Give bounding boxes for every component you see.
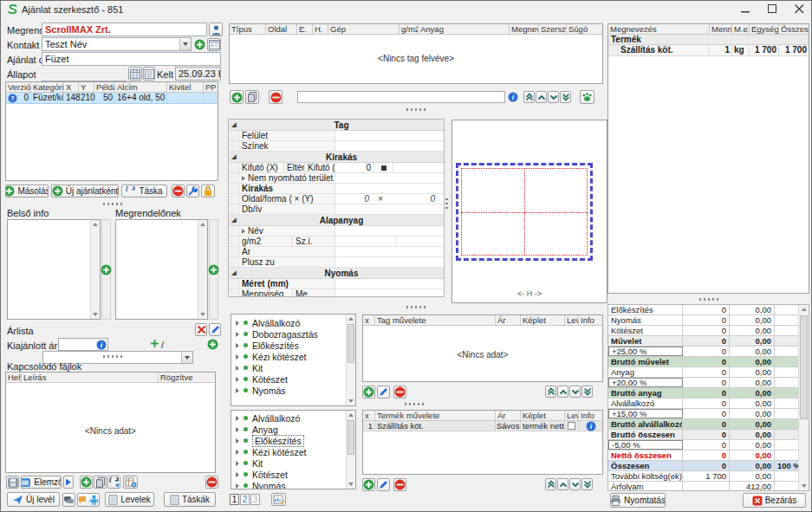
- property-row-kirakas[interactable]: Kirakás: [229, 184, 444, 194]
- megrendelo-field[interactable]: ScrollMAX Zrt.: [42, 23, 207, 36]
- summary-row-m-velet[interactable]: Művelet00,00: [608, 336, 800, 347]
- lev-checkbox[interactable]: [568, 422, 575, 430]
- uj-ajanlatkent-button[interactable]: Új ajánlatként: [51, 185, 119, 198]
- tree-item-nyom-s[interactable]: Nyomás: [231, 480, 355, 489]
- allapot-grid-button[interactable]: [128, 67, 142, 81]
- splitter-grip[interactable]: [405, 403, 424, 405]
- property-row-db-iv[interactable]: Db/ív: [229, 204, 444, 215]
- tree-item-alv-llalkoz[interactable]: Alvállalkozó: [231, 317, 355, 328]
- summary-row-nyom-s[interactable]: Nyomás00,00: [608, 315, 800, 326]
- tree-item-dobozragaszt-s[interactable]: Dobozragasztás: [231, 328, 355, 340]
- product-op-down-button[interactable]: [569, 478, 581, 490]
- page-button-2[interactable]: 2: [240, 494, 250, 505]
- dropdown-arrow-icon[interactable]: [179, 38, 191, 50]
- property-row-kifuto[interactable]: Kifutó (X)EltériKifutó (Y)0: [229, 163, 444, 173]
- bezaras-button[interactable]: Bezárás: [743, 493, 806, 508]
- scrollbar[interactable]: [90, 220, 100, 319]
- property-row-szinek[interactable]: Színek: [229, 141, 444, 152]
- close-button[interactable]: [787, 1, 811, 17]
- add-tag-button[interactable]: [230, 90, 244, 104]
- minimize-button[interactable]: [733, 1, 757, 17]
- summary-row-alv-llalkoz[interactable]: Alvállalkozó00,00: [608, 399, 800, 409]
- property-row-plusz-zu[interactable]: Plusz zu: [229, 257, 444, 268]
- splitter-grip[interactable]: [406, 306, 425, 308]
- summary-row-anyag[interactable]: Anyag00,00: [608, 367, 800, 378]
- property-row-nem-nyomhato[interactable]: Nem nyomható terület: [229, 173, 444, 184]
- tree-item-kit[interactable]: Kit: [231, 457, 355, 469]
- expand-arrow-icon[interactable]: [236, 450, 239, 455]
- uj-level-button[interactable]: Új levél: [7, 492, 60, 507]
- tag-info-icon[interactable]: i: [508, 92, 518, 102]
- arlista-clear-button[interactable]: [195, 323, 207, 336]
- add-tag-op-button[interactable]: [362, 386, 375, 399]
- summary-row-brutt-sszesen[interactable]: Bruttó összesen00,00: [608, 430, 800, 440]
- add-belso-info-button[interactable]: [101, 264, 112, 275]
- taskak-button[interactable]: Táskák: [164, 492, 216, 507]
- kontakt-combo[interactable]: Teszt Név: [42, 37, 192, 51]
- delete-tag-op-button[interactable]: [393, 386, 406, 399]
- elemzo-button[interactable]: Elemző: [21, 476, 62, 489]
- property-row-oldal-forma[interactable]: Oldal/forma ( × (Y)0×0: [229, 194, 444, 204]
- copy-tag-button[interactable]: [245, 90, 259, 104]
- summary-row-el-k-sz-t-s[interactable]: Előkészítés00,00: [608, 305, 800, 315]
- belso-info-textarea[interactable]: [7, 219, 101, 320]
- tree-item-alv-llalkoz[interactable]: Alvállalkozó: [231, 412, 355, 424]
- expand-arrow-icon[interactable]: [236, 483, 239, 489]
- page-button-1[interactable]: 1: [230, 494, 239, 505]
- masolas-button[interactable]: Másolás: [5, 185, 49, 198]
- summary-row-rfolyam[interactable]: Árfolyam412,00: [608, 482, 800, 491]
- summary-row-k-t-szet[interactable]: Kötészet00,00: [608, 326, 800, 336]
- group-header-kirakas[interactable]: ◢Kirakás: [229, 152, 444, 163]
- bleed-picker-button[interactable]: [374, 163, 393, 172]
- property-row-gm2[interactable]: g/m2Sz.i.: [229, 237, 444, 247]
- tree-item-anyag[interactable]: Anyag: [231, 424, 355, 435]
- contact-card-button[interactable]: [207, 38, 221, 51]
- product-op-row[interactable]: 1 Szállítás köt. Sávos termék nettó k i: [363, 421, 602, 431]
- property-row-nev[interactable]: Név: [229, 226, 444, 237]
- move-up-button[interactable]: [536, 91, 547, 103]
- product-op-up-button[interactable]: [557, 478, 568, 490]
- expand-arrow-icon[interactable]: [236, 472, 239, 477]
- product-op-top-button[interactable]: [545, 478, 556, 490]
- tree-item-el-k-sz-t-s[interactable]: Előkészítés: [231, 340, 355, 351]
- items-group-row[interactable]: Termék: [608, 35, 809, 45]
- add-currency-button[interactable]: [151, 340, 159, 347]
- ajanlat-cime-field[interactable]: Füzet: [42, 52, 221, 66]
- expand-arrow-icon[interactable]: [236, 416, 239, 421]
- property-row-felulet[interactable]: Felület: [229, 131, 444, 141]
- expand-arrow-icon[interactable]: [242, 229, 245, 234]
- edit-tag-op-button[interactable]: [377, 386, 390, 399]
- arlista-edit-button[interactable]: [209, 323, 221, 336]
- copy-file-button[interactable]: [94, 476, 107, 489]
- tree-item-el-k-sz-t-s[interactable]: Előkészítés: [231, 435, 355, 446]
- expand-arrow-icon[interactable]: [236, 343, 239, 348]
- tree-item-nyom-s[interactable]: Nyomás: [231, 385, 355, 396]
- nyomtatas-button[interactable]: Nyomtatás: [610, 493, 666, 508]
- messages-button[interactable]: [77, 493, 100, 507]
- tag-op-down-button[interactable]: [569, 386, 581, 398]
- splitter-grip[interactable]: [406, 108, 425, 111]
- add-product-op-button[interactable]: [362, 478, 375, 491]
- taska-button[interactable]: Táska: [121, 185, 167, 198]
- levelek-button[interactable]: Levelek: [105, 492, 154, 507]
- tag-op-top-button[interactable]: [545, 386, 556, 398]
- expand-button[interactable]: [63, 476, 74, 489]
- summary-row-nett-sszesen[interactable]: Nettó összesen00,00: [608, 450, 800, 461]
- add-megrendelonek-button[interactable]: [208, 264, 219, 275]
- edit-product-op-button[interactable]: [377, 478, 390, 491]
- tree-item-k-zi-k-t-szet[interactable]: Kézi kötészet: [231, 446, 355, 457]
- add-unit-button[interactable]: [207, 339, 218, 350]
- summary-label[interactable]: +15,00 %: [608, 409, 683, 418]
- lock-button[interactable]: [201, 185, 215, 198]
- expand-arrow-icon[interactable]: [236, 321, 239, 326]
- summary-label[interactable]: -5,00 %: [608, 440, 683, 450]
- expand-arrow-icon[interactable]: [236, 438, 239, 444]
- property-row-mennyiseg[interactable]: MennyiségMe: [229, 289, 444, 297]
- delete-file-button[interactable]: [205, 476, 218, 489]
- chat-button[interactable]: [62, 493, 75, 507]
- expand-arrow-icon[interactable]: [236, 388, 239, 393]
- tree-item-k-t-szet[interactable]: Kötészet: [231, 373, 355, 385]
- scrollbar[interactable]: [346, 314, 355, 405]
- tree-item-kit[interactable]: Kit: [231, 362, 355, 373]
- paw-button[interactable]: [580, 90, 594, 104]
